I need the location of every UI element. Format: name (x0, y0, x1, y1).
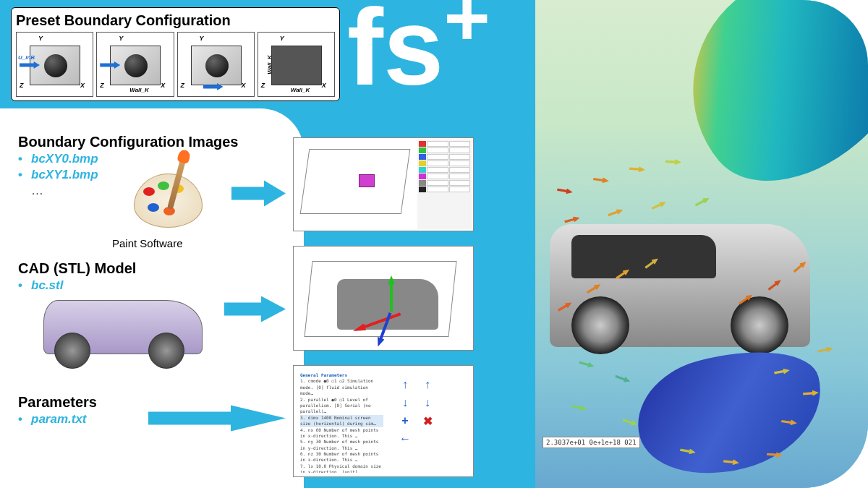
param-btn-del[interactable]: ✖ (417, 413, 438, 429)
param-btn-up2[interactable]: ↑ (417, 377, 438, 393)
preset-thumb-1: X Y Z U_inB (16, 32, 93, 97)
preset-title: Preset Boundary Configuration (16, 12, 335, 29)
simulation-results-panel: 2.3037e+01 0e+1e+18 021 (535, 0, 868, 488)
viewer-sidebar (417, 140, 472, 229)
paint-palette-icon (134, 174, 213, 235)
cad-car-illustration (43, 286, 203, 369)
bci-title: Boundary Configuration Images (0, 134, 238, 150)
center-panel-boundary-viewer (293, 137, 474, 231)
bci-item-0: bcXY0.bmp (18, 152, 238, 166)
preset-thumb-3: X Y Z (177, 32, 255, 97)
preset-thumb-row: X Y Z U_inB X Y Z Wall_K X Y Z X Y Z Wal… (16, 32, 335, 97)
param-btn-back[interactable]: ← (395, 431, 415, 447)
preset-boundary-box: Preset Boundary Configuration X Y Z U_in… (11, 7, 340, 101)
params-title: Parameters (0, 394, 97, 411)
logo-text: fs (347, 0, 443, 108)
paint-caption: Paint Software (112, 237, 183, 249)
bc-region-marker (359, 174, 375, 187)
params-item-0: param.txt (18, 412, 97, 427)
fs-plus-logo: fs+ (347, 0, 490, 101)
center-panel-stl-viewer (293, 246, 474, 351)
param-btn-up1[interactable]: ↑ (395, 377, 415, 393)
param-btn-dn2[interactable]: ↓ (417, 395, 438, 411)
param-btn-add[interactable]: + (395, 413, 415, 429)
logo-plus: + (443, 0, 490, 62)
sim-readout: 2.3037e+01 0e+1e+18 021 (542, 437, 640, 448)
preset-thumb-4: X Y Z Wall_K Wall_K (258, 32, 335, 97)
cad-title: CAD (STL) Model (0, 260, 136, 277)
center-panel-param-editor: General Parameters 1. cmode ●0 ○1 ○2 Sim… (293, 365, 474, 477)
car-cfd-render (550, 224, 810, 347)
section-params: Parameters param.txt (0, 394, 97, 428)
params-list: param.txt (0, 412, 97, 427)
param-text-area: General Parameters 1. cmode ●0 ○1 ○2 Sim… (297, 369, 386, 473)
param-buttons: ↑ ↑ ↓ ↓ + ✖ ← (395, 377, 467, 447)
preset-thumb-2: X Y Z Wall_K (96, 32, 174, 97)
param-btn-dn1[interactable]: ↓ (395, 395, 415, 411)
